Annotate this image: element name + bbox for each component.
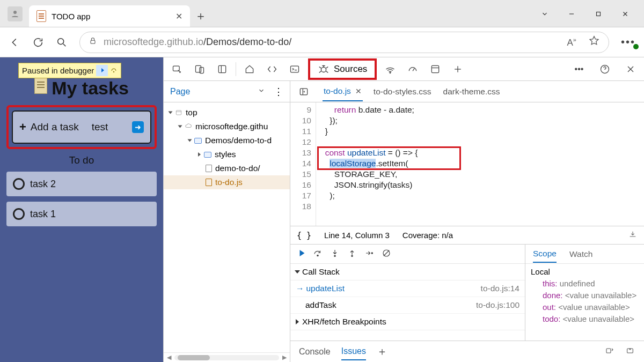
application-icon[interactable] — [426, 60, 444, 78]
reload-button[interactable] — [32, 36, 44, 48]
more-menu-icon[interactable]: ••• — [621, 36, 635, 48]
svg-point-38 — [371, 252, 372, 253]
close-file-icon[interactable]: ✕ — [355, 87, 362, 95]
profile-avatar[interactable] — [8, 6, 23, 21]
address-bar[interactable]: microsoftedge.github.io/Demos/demo-to-do… — [79, 32, 609, 53]
issues-drawer-tab[interactable]: Issues — [341, 343, 366, 360]
elements-icon[interactable] — [263, 60, 281, 78]
device-toggle-icon[interactable] — [191, 60, 209, 78]
pretty-print-icon[interactable]: { } — [297, 231, 311, 240]
resume-button[interactable] — [296, 248, 305, 260]
add-task-value: test — [92, 121, 108, 133]
editor-statusbar: { } Line 14, Column 3 Coverage: n/a — [290, 226, 644, 244]
svg-line-18 — [326, 67, 328, 68]
step-into-button[interactable] — [330, 248, 340, 260]
tree-top[interactable]: top — [164, 106, 290, 120]
scope-tab[interactable]: Scope — [533, 246, 557, 263]
scope-var: done: <value unavailable> — [543, 290, 639, 301]
svg-line-17 — [319, 67, 321, 68]
checkbox-icon[interactable] — [13, 178, 25, 190]
paused-in-debugger-banner: Paused in debugger — [18, 63, 121, 78]
file-tab[interactable]: to-do.js✕ — [323, 82, 363, 101]
page-tab[interactable]: Page — [170, 87, 190, 97]
network-icon[interactable] — [381, 60, 399, 78]
welcome-icon[interactable] — [240, 60, 259, 78]
task-item[interactable]: task 1 — [6, 202, 157, 226]
search-icon[interactable] — [56, 36, 68, 48]
step-out-button[interactable] — [347, 248, 357, 260]
debugger-banner-text: Paused in debugger — [22, 66, 94, 75]
resume-icon[interactable] — [96, 65, 108, 76]
file-tab[interactable]: to-do-styles.css — [372, 83, 433, 101]
favorite-icon[interactable] — [588, 35, 600, 49]
drawer-icon[interactable] — [625, 346, 635, 357]
code-editor[interactable]: 9101112131415161718 return b.date - a.da… — [290, 102, 644, 226]
tree-demo[interactable]: demo-to-do/ — [164, 161, 290, 175]
browser-toolbar: microsoftedge.github.io/Demos/demo-to-do… — [0, 27, 644, 57]
bug-icon — [318, 63, 330, 75]
step-over-button[interactable] — [313, 248, 323, 260]
maximize-icon[interactable] — [595, 10, 602, 19]
console-icon[interactable] — [286, 60, 304, 78]
svg-point-5 — [58, 38, 64, 44]
cursor-position: Line 14, Column 3 — [324, 231, 390, 240]
sources-label: Sources — [334, 64, 367, 75]
add-drawer-tab-icon[interactable]: ＋ — [377, 344, 387, 359]
callstack-frame[interactable]: →updateListto-do.js:14 — [290, 280, 525, 297]
scope-var: this: undefined — [543, 278, 639, 290]
new-tab-button[interactable]: ＋ — [190, 5, 211, 27]
devtools-drawer: Console Issues ＋ — [290, 341, 644, 362]
scope-var: todo: <value unavailable> — [543, 313, 639, 325]
watch-tab[interactable]: Watch — [569, 246, 592, 262]
console-drawer-tab[interactable]: Console — [299, 344, 331, 360]
browser-tab[interactable]: TODO app ✕ — [29, 5, 190, 27]
scope-variables: Local this: undefined done: <value unava… — [525, 264, 644, 327]
xhr-breakpoints-header[interactable]: XHR/fetch Breakpoints — [290, 314, 525, 330]
svg-rect-41 — [606, 349, 611, 353]
tree-styles[interactable]: styles — [164, 147, 290, 161]
navigator-scrollbar[interactable]: ◀▶ — [164, 352, 290, 362]
submit-task-button[interactable]: ➜ — [132, 121, 144, 133]
download-icon[interactable] — [628, 230, 638, 240]
reading-mode-icon[interactable]: A» — [567, 36, 576, 48]
line-gutter: 9101112131415161718 — [290, 102, 316, 226]
dock-icon[interactable] — [213, 60, 231, 78]
more-tabs-icon[interactable] — [449, 60, 467, 78]
callstack-header[interactable]: Call Stack — [290, 264, 525, 280]
callstack-frame[interactable]: addTaskto-do.js:100 — [290, 297, 525, 314]
sources-tab[interactable]: Sources — [308, 58, 377, 80]
performance-icon[interactable] — [404, 60, 422, 78]
show-navigator-icon[interactable] — [295, 83, 313, 101]
close-window-icon[interactable] — [621, 10, 629, 19]
svg-line-6 — [63, 43, 66, 46]
add-task-input[interactable]: + Add a task test ➜ — [12, 110, 151, 144]
drawer-icon[interactable] — [604, 346, 615, 357]
minimize-icon[interactable] — [568, 10, 575, 19]
tree-folder[interactable]: Demos/demo-to-d — [164, 134, 290, 147]
file-tab[interactable]: dark-theme.css — [442, 83, 501, 101]
step-over-icon[interactable] — [110, 66, 118, 75]
tree-file-selected[interactable]: to-do.js — [164, 175, 290, 189]
back-button[interactable] — [9, 36, 20, 48]
svg-line-40 — [384, 250, 390, 256]
task-item[interactable]: task 2 — [6, 172, 157, 196]
more-options-icon[interactable]: ⋮ — [274, 86, 283, 98]
svg-rect-2 — [597, 12, 601, 16]
deactivate-breakpoints-button[interactable] — [382, 248, 391, 260]
tree-origin[interactable]: microsoftedge.githu — [164, 120, 290, 134]
more-tools-icon[interactable]: ••• — [570, 60, 588, 78]
close-devtools-icon[interactable] — [621, 60, 640, 78]
chevron-down-icon[interactable] — [258, 87, 265, 97]
devtools-panel: Sources ••• Page ⋮ top — [163, 57, 644, 362]
checkbox-icon[interactable] — [13, 208, 25, 220]
step-button[interactable] — [364, 248, 374, 260]
task-label: task 2 — [30, 179, 56, 190]
chevron-down-icon[interactable] — [541, 10, 548, 19]
notepad-icon — [34, 78, 47, 94]
help-icon[interactable] — [596, 60, 614, 78]
scope-group[interactable]: Local — [531, 266, 639, 278]
inspect-icon[interactable] — [168, 60, 186, 78]
svg-point-15 — [321, 67, 326, 72]
close-tab-icon[interactable]: ✕ — [175, 11, 182, 21]
url-text: microsoftedge.github.io/Demos/demo-to-do… — [104, 36, 291, 48]
